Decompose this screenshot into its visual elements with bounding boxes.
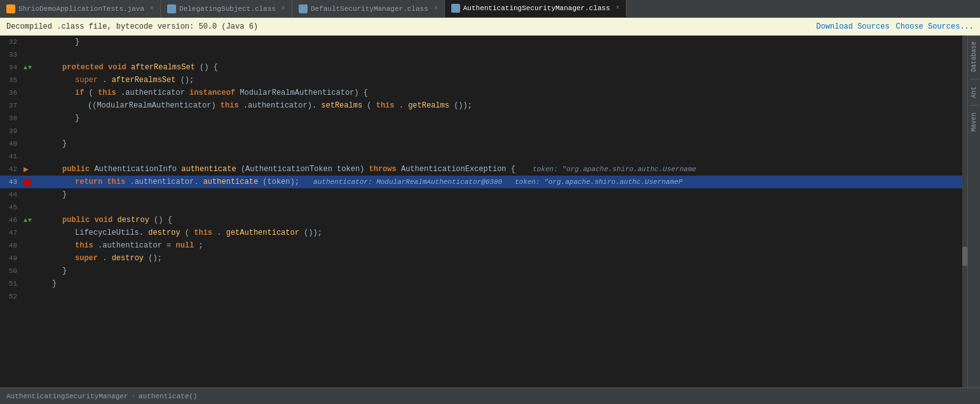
execution-arrow-icon: ▶ (24, 164, 29, 174)
gutter-row-33: 33 (0, 48, 44, 61)
gutter-row-40: 40 (0, 137, 44, 150)
tab-close-icon[interactable]: × (616, 4, 620, 11)
tab-defaultsecurity[interactable]: DefaultSecurityManager.class × (292, 0, 445, 17)
decompile-banner: Decompiled .class file, bytecode version… (0, 18, 980, 36)
gutter-row-34: 34 ▲ ▼ (0, 61, 44, 74)
marker-down-icon: ▼ (28, 217, 32, 224)
gutter-row-44: 44 (0, 188, 44, 201)
gutter-row-50: 50 (0, 265, 44, 277)
gutter-row-48: 48 (0, 239, 44, 252)
sidebar-divider (970, 79, 979, 80)
tab-close-icon[interactable]: × (434, 5, 438, 12)
class-file-icon (167, 4, 176, 13)
code-line-40: } (44, 137, 967, 150)
gutter-row-37: 37 (0, 99, 44, 112)
tab-shrio[interactable]: ShrioDemoApplicationTests.java × (0, 0, 161, 17)
sidebar-label-ant[interactable]: Ant (970, 84, 977, 101)
breakpoint-icon (24, 179, 31, 186)
scrollbar-thumb[interactable] (962, 247, 967, 266)
tab-label: DefaultSecurityManager.class (311, 5, 428, 13)
download-sources-link[interactable]: Download Sources (816, 22, 889, 31)
sidebar-right: Database Ant Maven (967, 36, 980, 387)
gutter-row-36: 36 (0, 87, 44, 99)
gutter-row-46: 46 ▲ ▼ (0, 214, 44, 226)
tab-bar: ShrioDemoApplicationTests.java × Delegat… (0, 0, 980, 18)
gutter-row-39: 39 (0, 125, 44, 137)
code-line-33 (44, 48, 967, 61)
gutter-row-47: 47 (0, 226, 44, 239)
code-line-47: LifecycleUtils. destroy ( this . getAuth… (44, 226, 967, 239)
tab-label: AuthenticatingSecurityManager.class (463, 4, 610, 12)
code-line-44: } (44, 188, 967, 201)
breadcrumb-class: AuthenticatingSecurityManager (6, 393, 128, 400)
code-line-32: } (44, 36, 967, 48)
tab-label: ShrioDemoApplicationTests.java (18, 5, 144, 13)
class-file-icon (299, 4, 308, 13)
gutter-row-42: 42 ▶ (0, 163, 44, 176)
line-number-gutter: 32 33 34 ▲ ▼ 35 36 (0, 36, 44, 387)
code-line-52 (44, 290, 967, 303)
code-line-49: super . destroy (); (44, 252, 967, 265)
code-line-38: } (44, 112, 967, 125)
code-line-50: } (44, 265, 967, 277)
gutter-row-35: 35 (0, 74, 44, 87)
code-line-42: public AuthenticationInfo authenticate (… (44, 163, 967, 176)
code-line-41 (44, 150, 967, 163)
marker-down-icon: ▼ (28, 64, 32, 71)
tab-label: DelegatingSubject.class (179, 5, 276, 13)
sidebar-divider (970, 105, 979, 106)
code-line-51: } (44, 277, 967, 290)
tab-delegating[interactable]: DelegatingSubject.class × (161, 0, 292, 17)
code-line-36: if ( this .authenticator instanceof Modu… (44, 87, 967, 99)
gutter-row-52: 52 (0, 290, 44, 303)
banner-actions: Download Sources Choose Sources... (816, 22, 974, 31)
gutter-row-38: 38 (0, 112, 44, 125)
code-editor[interactable]: } protected void afterRealmsSet () { sup… (44, 36, 967, 387)
breadcrumb-separator: › (131, 393, 135, 400)
status-bar: AuthenticatingSecurityManager › authenti… (0, 387, 980, 404)
tab-authenticating[interactable]: AuthenticatingSecurityManager.class × (445, 0, 627, 17)
code-line-35: super . afterRealmsSet (); (44, 74, 967, 87)
code-line-45 (44, 201, 967, 214)
code-line-46: public void destroy () { (44, 214, 967, 226)
sidebar-label-maven[interactable]: Maven (970, 110, 977, 134)
breadcrumb-method: authenticate() (139, 393, 197, 400)
code-line-48: this .authenticator = null ; (44, 239, 967, 252)
gutter-row-43: 43 (0, 176, 44, 188)
tab-close-icon[interactable]: × (282, 5, 285, 12)
class-file-icon (451, 4, 460, 13)
gutter-row-32: 32 (0, 36, 44, 48)
gutter-row-45: 45 (0, 201, 44, 214)
tab-close-icon[interactable]: × (150, 5, 154, 12)
marker-up-icon: ▲ (24, 217, 27, 224)
sidebar-label-database[interactable]: Database (970, 39, 977, 74)
code-line-37: ((ModularRealmAuthenticator) this .authe… (44, 99, 967, 112)
code-line-34: protected void afterRealmsSet () { (44, 61, 967, 74)
gutter-row-41: 41 (0, 150, 44, 163)
gutter-row-49: 49 (0, 252, 44, 265)
code-line-43: return this .authenticator. authenticate… (44, 176, 967, 188)
choose-sources-link[interactable]: Choose Sources... (896, 22, 974, 31)
gutter-row-51: 51 (0, 277, 44, 290)
decompile-text: Decompiled .class file, bytecode version… (6, 22, 258, 31)
vertical-scrollbar[interactable] (962, 36, 967, 387)
code-line-39 (44, 125, 967, 137)
java-file-icon (6, 4, 15, 13)
marker-up-icon: ▲ (24, 64, 27, 71)
